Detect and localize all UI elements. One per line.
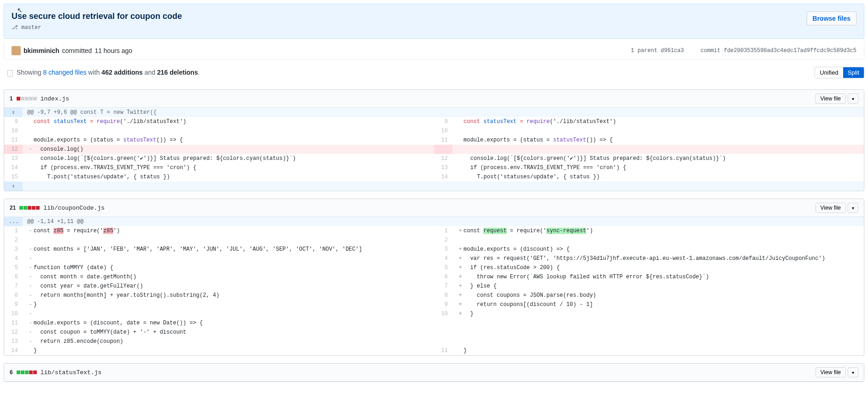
line-number[interactable]: 11 (434, 346, 452, 355)
diffstat-neutral-block (33, 97, 37, 100)
code-left (23, 126, 434, 135)
file-name[interactable]: lib/statusText.js (41, 369, 102, 376)
line-number[interactable]: 12 (434, 154, 452, 163)
line-number[interactable]: 6 (4, 272, 23, 282)
code-left (23, 235, 434, 245)
line-number[interactable]: 12 (4, 145, 23, 154)
line-number[interactable]: 1 (434, 226, 452, 235)
code-left: - const year = date.getFullYear() (23, 282, 434, 291)
code-right (452, 318, 864, 328)
view-file-button[interactable]: View file (815, 203, 846, 213)
code-left: - (23, 309, 434, 318)
diff-view-toggle: Unified Split (815, 67, 864, 78)
line-number[interactable]: 6 (434, 272, 452, 282)
diffstat-del-block (32, 206, 35, 210)
file-name[interactable]: lib/couponCode.js (43, 205, 105, 212)
code-left: - return z85.encode(coupon) (23, 337, 434, 346)
code-right (452, 145, 864, 154)
view-file-button[interactable]: View file (815, 367, 846, 377)
line-number[interactable]: 4 (4, 254, 23, 263)
line-number[interactable]: 9 (4, 117, 23, 126)
deletions-count: 216 deletions (157, 69, 198, 76)
parent-label: 1 parent (631, 47, 657, 54)
diff-line-deletion: 12- console.log() (4, 145, 864, 154)
line-number[interactable]: 15 (4, 172, 23, 182)
file-menu-dropdown[interactable]: ▾ (848, 203, 858, 213)
line-number[interactable]: 13 (4, 337, 23, 346)
diffstat-neutral-block (21, 97, 24, 100)
changed-files-link[interactable]: 8 changed files (43, 69, 86, 76)
line-number[interactable]: 10 (434, 309, 452, 318)
line-number[interactable]: 8 (4, 291, 23, 300)
line-number[interactable]: 9 (434, 117, 452, 126)
line-number[interactable]: 5 (4, 263, 23, 272)
unified-button[interactable]: Unified (815, 67, 843, 78)
line-number[interactable]: 9 (4, 300, 23, 309)
code-left: - console.log() (23, 145, 434, 154)
expand-icon[interactable]: ⇕ (9, 182, 18, 191)
commit-meta: bkimminich committed 11 hours ago 1 pare… (4, 42, 864, 59)
line-number[interactable]: 5 (434, 263, 452, 272)
code-left: console.log(`[${colors.green('✔')}] Stat… (23, 154, 434, 163)
diff-line: 11 module.exports = (status = statusText… (4, 135, 864, 145)
author-name[interactable]: bkimminich (23, 47, 59, 54)
line-number[interactable]: 11 (4, 318, 23, 328)
line-number[interactable]: 3 (434, 245, 452, 254)
line-number[interactable]: 7 (434, 282, 452, 291)
line-number[interactable]: 14 (4, 163, 23, 172)
line-number[interactable]: 11 (434, 135, 452, 145)
line-number[interactable]: 2 (4, 235, 23, 245)
file-name[interactable]: index.js (41, 95, 69, 102)
line-number[interactable]: 13 (434, 163, 452, 172)
line-number[interactable]: 14 (4, 346, 23, 355)
file-menu-dropdown[interactable]: ▾ (848, 367, 858, 377)
code-left: -function toMMYY (date) { (23, 263, 434, 272)
line-number[interactable]: 9 (434, 300, 452, 309)
line-number[interactable]: 4 (434, 254, 452, 263)
line-number[interactable]: 14 (434, 172, 452, 182)
diffstat-blocks (19, 206, 40, 210)
branch-link[interactable]: ⎇ master (12, 24, 856, 31)
line-number (434, 318, 452, 328)
line-number[interactable]: 7 (4, 282, 23, 291)
diff-line: 7- const year = date.getFullYear()7+ } e… (4, 282, 864, 291)
line-number[interactable]: 11 (4, 135, 23, 145)
code-left: -module.exports = (discount, date = new … (23, 318, 434, 328)
file-menu-dropdown[interactable]: ▾ (848, 94, 858, 104)
diff-line: 9 const statusText = require('./lib/stat… (4, 117, 864, 126)
line-number[interactable]: 3 (4, 245, 23, 254)
dots: ... (9, 218, 19, 225)
commit-label: commit (701, 47, 721, 54)
code-right: +module.exports = (discount) => { (452, 245, 864, 254)
line-number[interactable]: 13 (4, 154, 23, 163)
diffstat-del-block (36, 206, 40, 210)
line-number[interactable]: 8 (434, 291, 452, 300)
line-number[interactable]: 2 (434, 235, 452, 245)
mouse-cursor: ↖ (17, 6, 23, 14)
diffstat-neutral-block (29, 97, 33, 100)
split-button[interactable]: Split (843, 67, 864, 78)
browse-files-button[interactable]: Browse files (807, 12, 856, 25)
parent-sha[interactable]: d961ca3 (661, 47, 684, 54)
code-left: - const coupon = toMMYY(date) + '-' + di… (23, 328, 434, 337)
diff-line: 14 if (process.env.TRAVIS_EVENT_TYPE ===… (4, 163, 864, 172)
line-number[interactable]: 10 (4, 309, 23, 318)
line-number[interactable]: 12 (4, 328, 23, 337)
code-left: T.post('statuses/update', { status }) (23, 172, 434, 182)
view-file-button[interactable]: View file (815, 94, 846, 104)
diffstat-del-block (29, 370, 33, 374)
line-number (434, 337, 452, 346)
line-number[interactable]: 10 (4, 126, 23, 135)
code-right: +const request = require('sync-request') (452, 226, 864, 235)
commit-time: 11 hours ago (94, 47, 132, 54)
diff-table: ⇕@@ -9,7 +9,6 @@ const T = new Twitter({… (4, 108, 864, 191)
line-number[interactable]: 10 (434, 126, 452, 135)
diffstat-add-block (17, 370, 20, 374)
diff-line: 13 console.log(`[${colors.green('✔')}] S… (4, 154, 864, 163)
code-left: const statusText = require('./lib/status… (23, 117, 434, 126)
file-diff-couponcode-js: 21 lib/couponCode.js View file ▾ ...@@ -… (4, 199, 864, 356)
expand-icon[interactable]: ⇕ (9, 108, 18, 117)
diff-line: 15 T.post('statuses/update', { status })… (4, 172, 864, 182)
line-number[interactable]: 1 (4, 226, 23, 235)
code-right: } (452, 346, 864, 355)
